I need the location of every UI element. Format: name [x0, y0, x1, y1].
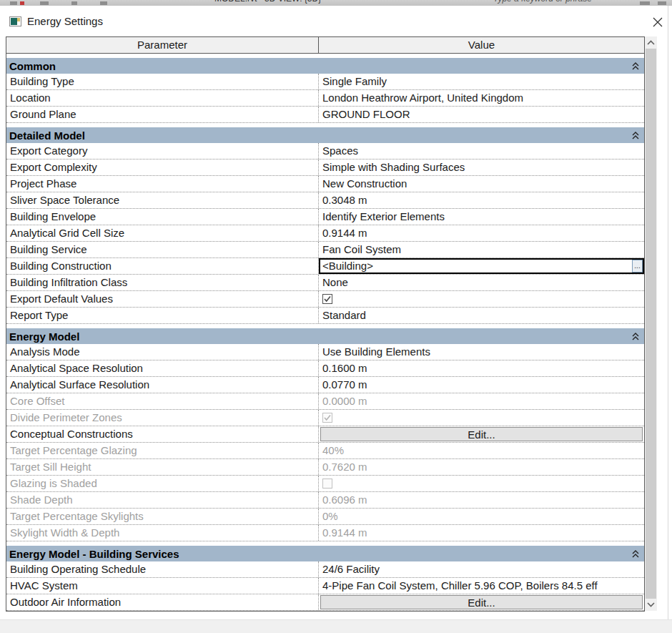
value-cell[interactable]: 0.9144 m	[319, 225, 644, 241]
table-body: CommonBuilding TypeSingle FamilyLocation…	[6, 54, 644, 611]
table-row: Shade Depth0.6096 m	[6, 492, 644, 509]
table-row: Sliver Space Tolerance0.3048 m	[6, 192, 644, 209]
value-cell[interactable]: 0.0770 m	[319, 377, 644, 393]
value-cell[interactable]: New Construction	[319, 176, 644, 192]
table-row: Analysis ModeUse Building Elements	[6, 344, 644, 360]
table-row: Building Operating Schedule24/6 Facility	[6, 561, 644, 578]
param-label: Building Type	[6, 74, 319, 89]
section-header[interactable]: Common	[6, 58, 644, 74]
table-row: Ground PlaneGROUND FLOOR	[6, 107, 644, 123]
value-cell: 0.6096 m	[319, 492, 644, 508]
collapse-section-icon[interactable]	[632, 550, 639, 558]
table-row: Export CategorySpaces	[6, 143, 644, 160]
background-toolbar-icon	[100, 1, 107, 5]
dialog-right-edge	[668, 6, 668, 633]
collapse-section-icon[interactable]	[632, 333, 639, 340]
table-row: Skylight Width & Depth0.9144 m	[6, 525, 644, 541]
section-title: Energy Model - Building Services	[9, 548, 179, 560]
edit-button[interactable]: Edit...	[320, 595, 643, 609]
value-cell: 40%	[319, 443, 644, 458]
table-row: Analytical Surface Resolution0.0770 m	[6, 377, 644, 393]
param-label: HVAC System	[6, 578, 319, 594]
scrollbar-thumb[interactable]	[646, 49, 656, 599]
table-row: Building Construction<Building>...	[6, 258, 644, 275]
section-header[interactable]: Energy Model	[6, 328, 644, 344]
section-title: Common	[9, 60, 56, 72]
collapse-section-icon[interactable]	[632, 62, 639, 70]
param-label: Export Default Values	[6, 291, 319, 307]
value-cell[interactable]: Standard	[319, 308, 644, 323]
section-title: Detailed Model	[9, 129, 85, 142]
value-cell[interactable]: Simple with Shading Surfaces	[319, 160, 644, 175]
table-row: Export ComplexitySimple with Shading Sur…	[6, 160, 644, 176]
value-cell	[319, 476, 644, 491]
table-row: Conceptual ConstructionsEdit...	[6, 426, 644, 443]
vertical-scrollbar[interactable]	[645, 36, 657, 611]
param-label: Conceptual Constructions	[6, 426, 319, 442]
value-cell[interactable]: 4-Pipe Fan Coil System, Chiller 5.96 COP…	[319, 578, 644, 594]
table-row: Glazing is Shaded	[6, 476, 644, 492]
param-label: Analytical Surface Resolution	[6, 377, 319, 393]
param-label: Project Phase	[6, 176, 319, 192]
table-row: Building Infiltration ClassNone	[6, 275, 644, 291]
table-row: Target Percentage Skylights0%	[6, 509, 644, 525]
scroll-down-icon[interactable]	[645, 599, 657, 611]
table-row: Building EnvelopeIdentify Exterior Eleme…	[6, 209, 644, 225]
table-row: Analytical Space Resolution0.1600 m	[6, 360, 644, 377]
selected-value-cell[interactable]: <Building>...	[319, 258, 644, 274]
value-cell[interactable]: Single Family	[319, 74, 644, 89]
table-row: Core Offset0.0000 m	[6, 393, 644, 410]
param-label: Building Service	[6, 242, 319, 257]
table-header-row: Parameter Value	[6, 37, 644, 54]
param-label: Analytical Space Resolution	[6, 360, 319, 376]
browse-button[interactable]: ...	[632, 260, 643, 273]
value-cell: <Building>...	[319, 258, 644, 274]
checkbox[interactable]	[322, 294, 332, 304]
close-icon[interactable]	[649, 14, 666, 31]
value-cell: 0.7620 m	[319, 459, 644, 475]
value-cell: 0.0000 m	[319, 393, 644, 409]
value-cell[interactable]: 0.1600 m	[319, 360, 644, 376]
value-cell: Edit...	[319, 426, 644, 442]
value-cell[interactable]: Fan Coil System	[319, 242, 644, 257]
table-row: Target Sill Height0.7620 m	[6, 459, 644, 476]
section-header[interactable]: Energy Model - Building Services	[6, 546, 644, 561]
param-label: Target Percentage Glazing	[6, 443, 319, 458]
value-cell	[319, 291, 644, 307]
param-label: Report Type	[6, 308, 319, 323]
energy-settings-table: Parameter Value CommonBuilding TypeSingl…	[6, 36, 645, 612]
param-label: Building Operating Schedule	[6, 561, 319, 577]
value-cell[interactable]: Identify Exterior Elements	[319, 209, 644, 225]
value-cell[interactable]: London Heathrow Airport, United Kingdom	[319, 90, 644, 106]
column-header-parameter: Parameter	[6, 37, 319, 53]
table-row: Export Default Values	[6, 291, 644, 308]
param-label: Ground Plane	[6, 107, 319, 122]
column-header-value: Value	[319, 37, 644, 53]
dialog-bottom-area	[0, 619, 672, 633]
edit-button[interactable]: Edit...	[320, 427, 643, 441]
background-toolbar-icon	[40, 1, 49, 5]
value-cell[interactable]: 24/6 Facility	[319, 561, 644, 577]
section-title: Energy Model	[9, 330, 79, 343]
value-cell: 0.9144 m	[319, 525, 644, 541]
value-cell[interactable]: 0.3048 m	[319, 192, 644, 208]
param-label: Location	[6, 90, 319, 106]
value-cell[interactable]: Spaces	[319, 143, 644, 159]
value-cell[interactable]: Use Building Elements	[319, 344, 644, 360]
background-toolbar-icon	[640, 1, 650, 5]
section-header[interactable]: Detailed Model	[6, 127, 644, 143]
param-label: Divide Perimeter Zones	[6, 410, 319, 426]
dialog-title: Energy Settings	[27, 15, 103, 27]
background-toolbar-icon	[20, 1, 24, 5]
table-row: LocationLondon Heathrow Airport, United …	[6, 90, 644, 107]
param-label: Analytical Grid Cell Size	[6, 225, 319, 241]
collapse-section-icon[interactable]	[632, 132, 639, 139]
background-toolbar-icon	[658, 1, 666, 5]
scroll-up-icon[interactable]	[645, 36, 657, 49]
value-cell[interactable]: None	[319, 275, 644, 290]
table-row: HVAC System4-Pipe Fan Coil System, Chill…	[6, 578, 644, 594]
value-cell: Edit...	[319, 594, 644, 610]
checkbox	[322, 413, 332, 423]
param-label: Sliver Space Tolerance	[6, 192, 319, 208]
value-cell[interactable]: GROUND FLOOR	[319, 107, 644, 122]
